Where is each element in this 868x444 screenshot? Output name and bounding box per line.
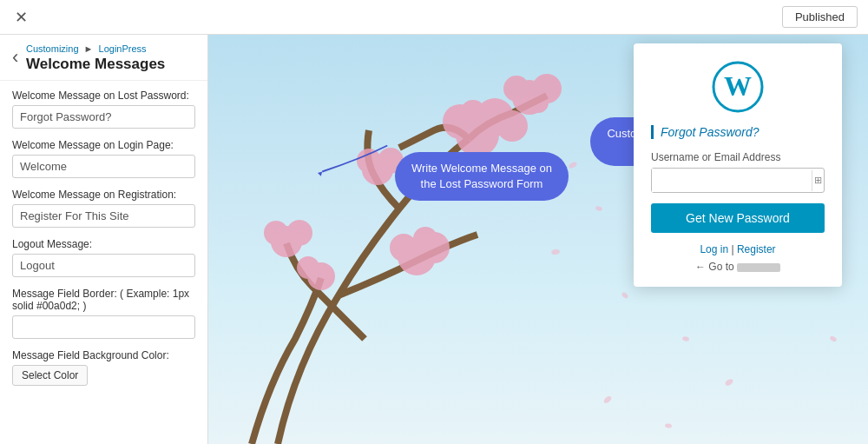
login-page-label: Welcome Message on Login Page: xyxy=(12,139,195,151)
border-label: Message Field Border: ( Example: 1px sol… xyxy=(12,288,195,312)
login-links: Log in | Register xyxy=(651,243,825,255)
breadcrumb: Customizing ► LoginPress xyxy=(26,43,195,54)
svg-point-23 xyxy=(551,249,561,255)
lost-password-input[interactable] xyxy=(12,105,195,129)
registration-label: Welcome Message on Registration: xyxy=(12,189,195,201)
link-separator: | xyxy=(728,243,737,255)
go-to-text: ← Go to xyxy=(651,261,825,273)
svg-point-8 xyxy=(413,227,437,251)
select-color-button[interactable]: Select Color xyxy=(12,365,88,386)
wordpress-logo-icon: W xyxy=(712,61,764,113)
registration-field-group: Welcome Message on Registration: xyxy=(12,189,195,228)
main-area: ‹ Customizing ► LoginPress Welcome Messa… xyxy=(0,35,868,444)
breadcrumb-separator: ► xyxy=(84,43,96,54)
sidebar-content: Welcome Message on Lost Password: Welcom… xyxy=(0,81,207,444)
svg-point-26 xyxy=(681,336,689,342)
logout-field-group: Logout Message: xyxy=(12,238,195,277)
forgot-password-heading: Forgot Password? xyxy=(651,125,825,139)
go-to-label: ← Go to xyxy=(695,261,734,273)
svg-point-24 xyxy=(621,292,628,300)
go-to-site-blurred xyxy=(737,263,780,272)
annotation-bubble-2: Write Welcome Message on the Lost Passwo… xyxy=(395,152,569,201)
svg-point-30 xyxy=(829,335,837,342)
sidebar: ‹ Customizing ► LoginPress Welcome Messa… xyxy=(0,35,208,444)
svg-point-18 xyxy=(264,221,288,245)
breadcrumb-customizing[interactable]: Customizing xyxy=(26,43,79,54)
sidebar-title: Welcome Messages xyxy=(26,56,195,73)
sidebar-header: ‹ Customizing ► LoginPress Welcome Messa… xyxy=(0,35,207,81)
svg-point-27 xyxy=(724,378,734,388)
svg-point-15 xyxy=(528,92,549,113)
get-password-button[interactable]: Get New Password xyxy=(651,203,825,233)
lost-password-field-group: Welcome Message on Lost Password: xyxy=(12,89,195,129)
wp-logo: W xyxy=(651,61,825,113)
close-icon: ✕ xyxy=(15,8,28,27)
svg-point-11 xyxy=(357,149,381,173)
breadcrumb-loginpress[interactable]: LoginPress xyxy=(99,43,147,54)
border-field-group: Message Field Border: ( Example: 1px sol… xyxy=(12,288,195,339)
svg-point-3 xyxy=(496,110,528,142)
svg-point-20 xyxy=(297,256,319,279)
lost-password-label: Welcome Message on Lost Password: xyxy=(12,89,195,102)
svg-point-22 xyxy=(595,205,602,211)
svg-point-17 xyxy=(286,220,312,246)
username-input[interactable] xyxy=(652,169,812,192)
login-page-input[interactable] xyxy=(12,155,195,178)
published-button[interactable]: Published xyxy=(782,6,858,28)
svg-point-21 xyxy=(568,161,578,169)
bg-color-field-group: Message Field Background Color: Select C… xyxy=(12,349,195,386)
login-link[interactable]: Log in xyxy=(700,243,728,255)
registration-input[interactable] xyxy=(12,204,195,228)
logout-label: Logout Message: xyxy=(12,238,195,250)
svg-point-4 xyxy=(460,100,486,126)
bg-color-label: Message Field Background Color: xyxy=(12,349,195,361)
back-button[interactable]: ‹ xyxy=(3,41,27,74)
border-input[interactable] xyxy=(12,315,195,339)
preview-background: Customized Welcome Message Write Welcome… xyxy=(208,35,868,444)
top-bar: ✕ Published xyxy=(0,0,868,35)
username-label: Username or Email Address xyxy=(651,151,825,163)
username-input-wrap: ⊞ xyxy=(651,168,825,193)
preview-area: Customized Welcome Message Write Welcome… xyxy=(208,35,868,444)
close-button[interactable]: ✕ xyxy=(10,7,31,28)
register-link[interactable]: Register xyxy=(737,243,776,255)
login-card: W Forgot Password? Username or Email Add… xyxy=(634,43,842,287)
svg-text:W: W xyxy=(724,70,752,102)
svg-point-31 xyxy=(602,394,613,404)
logout-input[interactable] xyxy=(12,254,195,277)
login-page-field-group: Welcome Message on Login Page: xyxy=(12,139,195,178)
username-input-icon: ⊞ xyxy=(812,170,824,191)
svg-point-32 xyxy=(665,423,673,428)
svg-point-14 xyxy=(503,76,529,102)
